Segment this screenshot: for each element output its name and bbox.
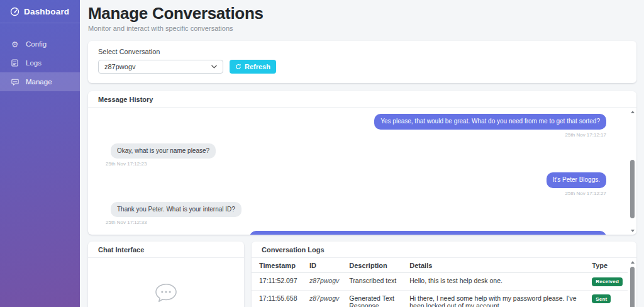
conversation-select[interactable]: z87pwogv (98, 60, 223, 74)
logs-table: Timestamp ID Description Details Type 17… (252, 258, 628, 307)
chat-message: Okay, what is your name please? 25th Nov… (111, 143, 606, 167)
conversation-picker-card: Select Conversation z87pwogv Refresh (88, 41, 636, 83)
page-title: Manage Conversations (88, 4, 636, 23)
conversation-logs-title: Conversation Logs (252, 242, 636, 258)
scroll-up-icon[interactable] (630, 109, 635, 114)
sidebar-item-label: Manage (26, 78, 52, 86)
col-id: ID (304, 258, 344, 273)
chat-message-timestamp: 25th Nov 17:12:33 (106, 220, 147, 225)
log-type-badge: Sent (592, 294, 611, 303)
log-description: Generated Text Response (344, 290, 404, 307)
brand-title: Dashboard (24, 7, 69, 16)
speedometer-icon (10, 7, 19, 16)
log-details: Hello, this is test help desk one. (404, 273, 587, 291)
log-details: Hi there, I need some help with my passw… (404, 290, 587, 307)
sidebar-item-config[interactable]: ⚙ Config (0, 35, 80, 53)
chat-message-bubble: Thank you Peter. What is your internal I… (111, 202, 242, 218)
col-type: Type (587, 258, 628, 273)
message-list: Yes please, that would be great. What do… (88, 108, 636, 235)
select-conversation-label: Select Conversation (98, 48, 626, 55)
chat-bubble-icon (11, 78, 19, 86)
chat-interface-title: Chat Interface (88, 242, 244, 258)
chat-empty-state: Start a conversation (88, 258, 244, 307)
scroll-down-icon[interactable] (630, 228, 635, 233)
col-details: Details (404, 258, 587, 273)
log-id: z87pwogv (304, 290, 344, 307)
conversation-logs-card: Conversation Logs Timestamp ID Descripti… (252, 242, 636, 307)
message-history-scrollbar[interactable] (630, 109, 635, 233)
scrollbar-thumb[interactable] (630, 267, 635, 307)
chat-message-bubble: It's Peter Bloggs. (547, 172, 606, 188)
log-type-badge: Received (592, 277, 623, 286)
chat-dots-icon (154, 282, 178, 304)
chat-message-bubble: Yes please, that would be great. What do… (374, 114, 606, 130)
main-content: Manage Conversations Monitor and interac… (80, 0, 644, 307)
sidebar-nav: ⚙ Config Logs Manage (0, 35, 80, 91)
conversation-logs-body: Timestamp ID Description Details Type 17… (252, 258, 636, 307)
log-id: z87pwogv (304, 273, 344, 291)
page-subtitle: Monitor and interact with specific conve… (88, 25, 636, 32)
log-table-row[interactable]: 17:11:52.097 z87pwogv Transcribed text H… (252, 273, 628, 291)
chevron-down-icon (211, 65, 217, 69)
refresh-button[interactable]: Refresh (230, 60, 276, 74)
chat-message-timestamp: 25th Nov 17:12:27 (565, 191, 606, 196)
chat-interface-card: Chat Interface Start a conversation (88, 242, 244, 307)
chat-message-bubble: Okay, what is your name please? (111, 143, 216, 159)
message-history-card: Message History Yes please, that would b… (88, 91, 636, 235)
sidebar-item-label: Logs (26, 59, 42, 67)
scroll-up-icon[interactable] (630, 259, 635, 265)
scrollbar-thumb[interactable] (630, 160, 635, 218)
logs-scrollbar[interactable] (630, 259, 635, 307)
chat-message: Thank you Peter. What is your internal I… (111, 202, 606, 226)
log-description: Transcribed text (344, 273, 404, 291)
refresh-icon (235, 64, 242, 70)
conversation-select-value: z87pwogv (104, 63, 136, 70)
message-history-body: Yes please, that would be great. What do… (88, 108, 636, 235)
refresh-button-label: Refresh (245, 63, 270, 70)
col-description: Description (344, 258, 404, 273)
log-timestamp: 17:11:52.097 (252, 273, 304, 291)
brand: Dashboard (0, 0, 80, 23)
chat-message-bubble: I'm afraid I don't have that to hand - I… (250, 231, 606, 235)
chat-message-timestamp: 25th Nov 17:12:23 (106, 161, 147, 167)
logs-header-row: Timestamp ID Description Details Type (252, 258, 628, 273)
sidebar-item-logs[interactable]: Logs (0, 53, 80, 72)
col-timestamp: Timestamp (252, 258, 304, 273)
journal-icon (11, 59, 19, 67)
sidebar: Dashboard ⚙ Config Logs Manage (0, 0, 80, 307)
log-table-row[interactable]: 17:11:55.658 z87pwogv Generated Text Res… (252, 290, 628, 307)
gear-icon: ⚙ (11, 40, 19, 48)
chat-message-timestamp: 25th Nov 17:12:17 (565, 132, 606, 138)
chat-message: Yes please, that would be great. What do… (111, 114, 606, 138)
chat-message: It's Peter Bloggs. 25th Nov 17:12:27 (111, 172, 606, 196)
chat-message: I'm afraid I don't have that to hand - I… (111, 231, 606, 235)
sidebar-item-manage[interactable]: Manage (0, 72, 80, 91)
log-timestamp: 17:11:55.658 (252, 290, 304, 307)
message-history-title: Message History (88, 91, 636, 108)
sidebar-item-label: Config (26, 40, 47, 48)
